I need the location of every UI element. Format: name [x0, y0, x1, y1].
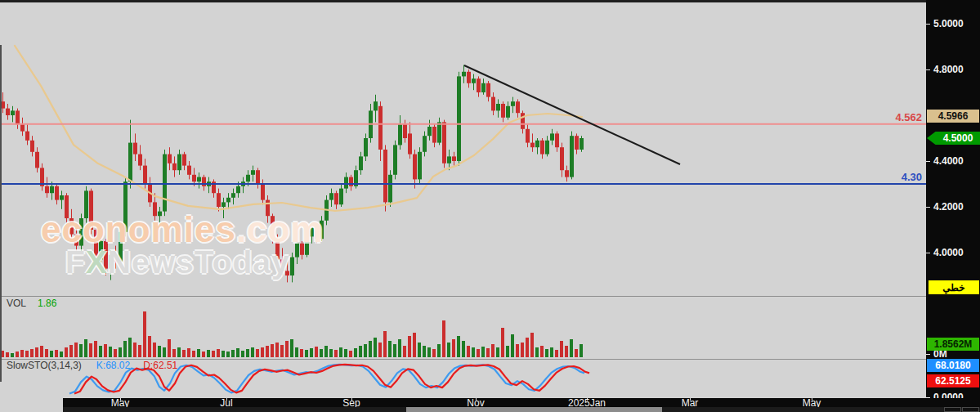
axis-tick-label: 4.4000 [933, 155, 964, 167]
candle-body [104, 241, 108, 269]
candle-body [89, 190, 93, 230]
candle-body [526, 129, 530, 143]
candle-body [481, 83, 486, 92]
candle-body [20, 124, 25, 131]
volume-bar [182, 350, 186, 357]
volume-bar [251, 347, 254, 357]
volume-bar [349, 351, 352, 357]
candle-body [60, 195, 64, 200]
volume-bar [418, 343, 421, 357]
scrollbar-right-button[interactable] [962, 407, 979, 412]
volume-bar [246, 349, 249, 357]
volume-bar [275, 343, 279, 357]
candle-body [413, 154, 417, 180]
axis-tick-mark [926, 253, 930, 253]
volume-bar [45, 349, 48, 357]
candle-body [378, 106, 383, 150]
candle-body [271, 216, 275, 239]
candle-body [177, 154, 181, 171]
volume-bar [442, 320, 445, 357]
candle-body [530, 143, 535, 148]
candle-body [99, 241, 103, 259]
candle-body [55, 186, 59, 200]
volume-bar [472, 347, 475, 357]
volume-bar [69, 345, 73, 357]
candle-body [555, 133, 559, 147]
stochastic-label: SlowSTO(3,14,3) [7, 360, 82, 371]
time-axis-bar[interactable]: MayJulSepNov2025JanMarMay [63, 398, 980, 407]
volume-bar [329, 349, 333, 357]
scale-mode-button[interactable]: خطي [929, 280, 979, 294]
candle-body [491, 97, 495, 111]
volume-bar [256, 349, 259, 357]
candle-body [486, 83, 490, 97]
stochastic-d-value: D:62.51 [143, 360, 177, 371]
volume-bar [280, 345, 284, 357]
stochastic-d-box: 62.5125 [927, 374, 979, 387]
candle-body [570, 136, 574, 177]
volume-bar [560, 341, 563, 357]
scrollbar-left-button[interactable] [944, 407, 961, 412]
candle-body [550, 133, 554, 140]
volume-bar [320, 349, 323, 357]
candle-body [11, 110, 15, 115]
candle-body [123, 181, 128, 232]
volume-bar [516, 344, 519, 357]
volume-bar [158, 346, 161, 357]
volume-bar [114, 349, 117, 357]
candle-body [310, 227, 314, 236]
volume-bar [378, 343, 382, 357]
price-chart-canvas[interactable] [0, 0, 926, 412]
volume-bar [452, 339, 455, 357]
horizontal-scrollbar [63, 407, 980, 412]
candle-body [320, 221, 324, 239]
candle-body [364, 138, 368, 156]
volume-bar [398, 339, 401, 357]
volume-bar [35, 347, 38, 357]
candle-body [521, 113, 525, 129]
volume-bar [226, 352, 230, 357]
volume-bar [511, 334, 514, 357]
stochastic-k-value: K:68.02 [96, 360, 130, 371]
scrollbar-thumb[interactable] [406, 407, 662, 412]
candle-body [45, 186, 49, 193]
stochastic-k-box: 68.0180 [927, 359, 979, 372]
volume-bar [168, 339, 171, 357]
axis-tick-label: 4.0000 [933, 247, 964, 258]
volume-current-value: 1.86 [38, 298, 56, 309]
volume-bar [192, 351, 195, 357]
volume-bar [496, 347, 499, 357]
volume-bar [11, 353, 14, 357]
volume-bar [403, 346, 406, 357]
candle-body [432, 127, 436, 143]
candle-body [251, 170, 255, 175]
candle-body [192, 175, 196, 181]
volume-bar [79, 344, 83, 357]
axis-tick-mark [926, 69, 930, 70]
price-level-label: 4.30 [902, 171, 922, 183]
candle-body [579, 138, 584, 150]
candle-body [133, 143, 137, 154]
candle-body [30, 141, 34, 152]
volume-bar [153, 343, 156, 357]
volume-bar [261, 347, 264, 357]
candle-body [35, 152, 39, 168]
volume-bar [359, 346, 362, 357]
volume-bar [555, 350, 558, 357]
candle-body [506, 106, 510, 118]
volume-bar [300, 349, 303, 357]
candle-body [168, 154, 172, 163]
candle-body [84, 190, 88, 218]
candle-body [516, 101, 520, 113]
volume-bar [388, 341, 392, 357]
axis-tick-label: 4.2000 [933, 201, 964, 213]
candle-body [153, 202, 157, 216]
volume-bar [197, 349, 200, 357]
volume-bar [408, 336, 411, 357]
volume-bar [74, 343, 78, 357]
volume-bar [222, 351, 225, 357]
stochastic-indicator-header: SlowSTO(3,14,3)K:68.02D:62.51 [7, 360, 177, 371]
candle-body [261, 184, 265, 200]
volume-bar [413, 333, 416, 357]
candle-body [187, 166, 191, 175]
